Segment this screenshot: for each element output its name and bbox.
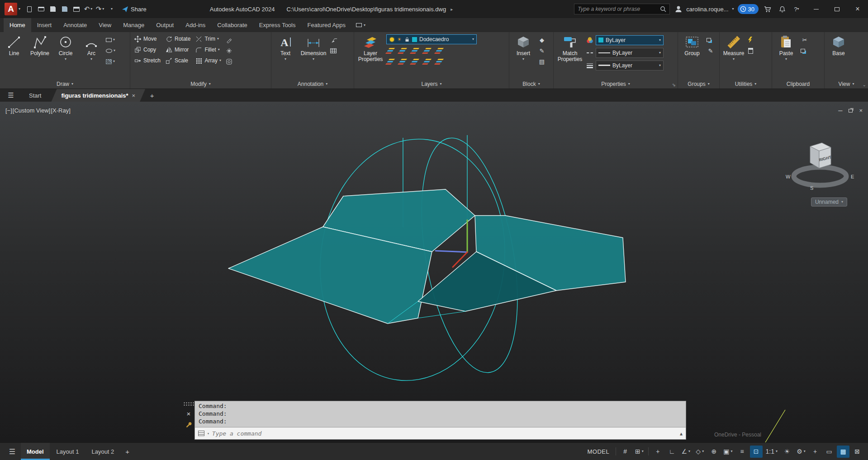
make-current-button[interactable] — [435, 46, 446, 55]
chevron-down-icon[interactable]: ▾ — [90, 57, 92, 61]
group-edit-button[interactable]: ✎ — [706, 46, 716, 55]
layer-unisolate-button[interactable] — [411, 56, 421, 66]
selection-cycling-toggle[interactable]: ⊡ — [750, 446, 763, 458]
chevron-down-icon[interactable]: ▾ — [313, 57, 314, 61]
new-layout-button[interactable]: + — [121, 448, 134, 455]
move-button[interactable]: Move — [132, 33, 162, 44]
layer-select-dropdown[interactable]: ☀ Dodecaedro ▾ — [386, 34, 477, 44]
search-box[interactable] — [574, 4, 670, 14]
recent-commands-icon[interactable] — [198, 431, 204, 436]
define-attributes-button[interactable]: ▤ — [537, 57, 547, 66]
drawing-canvas[interactable] — [0, 102, 868, 442]
erase-button[interactable] — [224, 35, 234, 44]
minimize-button[interactable] — [806, 0, 826, 18]
offset-button[interactable] — [224, 57, 234, 66]
stretch-button[interactable]: Stretch — [132, 55, 162, 66]
close-button[interactable]: × — [847, 0, 868, 18]
dimension-button[interactable]: Dimension ▾ — [299, 33, 328, 79]
lineweight-toggle[interactable]: ≡ — [736, 446, 749, 458]
polyline-button[interactable]: Polyline — [28, 33, 52, 79]
layer-off-button[interactable] — [386, 46, 397, 55]
chevron-down-icon[interactable]: ▾ — [733, 57, 735, 61]
trim-button[interactable]: Trim▾ — [193, 33, 223, 44]
annotation-monitor-toggle[interactable]: + — [809, 446, 821, 458]
tab-add-ins[interactable]: Add-ins — [180, 18, 211, 32]
tab-express-tools[interactable]: Express Tools — [253, 18, 302, 32]
quick-select-button[interactable] — [747, 35, 754, 44]
dynamic-input-toggle[interactable]: + — [651, 446, 664, 458]
tab-collaborate[interactable]: Collaborate — [211, 18, 253, 32]
panel-label-layers[interactable]: Layers▾ — [354, 79, 509, 89]
maximize-button[interactable] — [826, 0, 847, 18]
chevron-down-icon[interactable]: ▾ — [285, 57, 286, 61]
customize-qat-button[interactable]: ▾ — [106, 3, 117, 15]
redo-button[interactable]: ↷▾ — [95, 3, 105, 15]
tab-annotate[interactable]: Annotate — [57, 18, 93, 32]
trial-badge[interactable]: 30 — [738, 4, 759, 14]
share-button[interactable]: Share — [122, 6, 147, 13]
rotate-button[interactable]: Rotate — [163, 33, 192, 44]
rectangle-tool-button[interactable]: ▾ — [105, 35, 116, 44]
viewport-minus-control[interactable]: [−] — [5, 107, 12, 114]
save-as-button[interactable] — [59, 3, 70, 15]
panel-label-block[interactable]: Block▾ — [509, 79, 553, 89]
command-customize-wrench-icon[interactable] — [185, 421, 192, 428]
scale-button[interactable]: Scale — [163, 55, 192, 66]
lineweight-dropdown[interactable]: ByLayer ▾ — [596, 61, 664, 70]
named-view-control[interactable]: Unnamed ▾ — [811, 197, 847, 207]
user-icon[interactable] — [674, 5, 683, 13]
layer-unlock-button[interactable] — [435, 56, 446, 66]
tab-home[interactable]: Home — [4, 18, 31, 32]
annotation-scale-control[interactable]: 1:1▾ — [764, 446, 779, 458]
insert-button[interactable]: Insert ▾ — [511, 33, 536, 79]
command-line-panel[interactable]: × Command: Command: Command: ▾ ▲ — [183, 401, 686, 440]
workspace-switcher[interactable]: ⚙▾ — [795, 446, 807, 458]
user-name[interactable]: carolina.roque... — [686, 6, 728, 13]
isodraft-toggle[interactable]: ◇▾ — [693, 446, 706, 458]
copy-clip-button[interactable] — [800, 46, 810, 55]
object-color-dropdown[interactable]: ByLayer ▾ — [596, 35, 664, 45]
layer-isolate-button[interactable] — [398, 46, 409, 55]
drawing-viewport[interactable]: [−] [Custom View] [X-Ray] ─ × W S E RIGH… — [0, 102, 868, 442]
clean-screen-toggle[interactable]: ⊠ — [851, 446, 863, 458]
help-button[interactable]: ?▾ — [791, 3, 802, 15]
tab-model[interactable]: Model — [21, 443, 50, 460]
base-button[interactable]: Base — [826, 33, 851, 79]
expand-arrow-icon[interactable]: ▸ — [451, 7, 453, 12]
tab-start[interactable]: Start — [19, 89, 51, 102]
quick-calc-button[interactable] — [747, 46, 754, 55]
notifications-button[interactable] — [777, 3, 787, 15]
tab-featured-apps[interactable]: Featured Apps — [301, 18, 351, 32]
drawing-restore-icon[interactable] — [849, 109, 853, 113]
tab-output[interactable]: Output — [150, 18, 180, 32]
drawing-minimize-icon[interactable]: ─ — [838, 107, 842, 114]
ungroup-button[interactable] — [706, 35, 716, 44]
array-button[interactable]: Array▾ — [193, 55, 223, 66]
text-button[interactable]: A Text ▾ — [273, 33, 298, 79]
ellipse-tool-button[interactable]: ▾ — [105, 46, 116, 55]
new-file-button[interactable] — [24, 3, 35, 15]
chevron-down-icon[interactable]: ▾ — [785, 57, 787, 61]
panel-label-view[interactable]: View▾⌄ — [825, 79, 868, 89]
close-tab-icon[interactable]: × — [132, 92, 136, 99]
panel-label-properties[interactable]: Properties▾⇘ — [554, 79, 678, 89]
viewport-view-control[interactable]: [Custom View] — [13, 107, 51, 114]
command-history[interactable]: Command: Command: Command: — [195, 401, 686, 427]
command-drag-grip[interactable] — [183, 402, 194, 406]
tab-insert[interactable]: Insert — [31, 18, 58, 32]
fillet-button[interactable]: Fillet▾ — [193, 44, 223, 55]
edit-block-button[interactable]: ✎ — [537, 46, 547, 55]
command-input[interactable] — [212, 430, 677, 437]
layer-freeze-button[interactable] — [411, 46, 421, 55]
copy-button[interactable]: Copy — [132, 44, 162, 55]
panel-label-modify[interactable]: Modify▾ — [130, 79, 271, 89]
group-button[interactable]: Group — [680, 33, 704, 79]
arc-button[interactable]: Arc ▾ — [79, 33, 104, 79]
drawing-close-icon[interactable]: × — [859, 107, 863, 114]
snap-toggle[interactable]: ⊞▾ — [633, 446, 645, 458]
measure-button[interactable]: Measure ▾ — [721, 33, 746, 79]
save-button[interactable] — [47, 3, 58, 15]
leader-button[interactable] — [329, 35, 339, 44]
search-input[interactable] — [578, 6, 657, 12]
chevron-down-icon[interactable]: ▾ — [65, 57, 66, 61]
